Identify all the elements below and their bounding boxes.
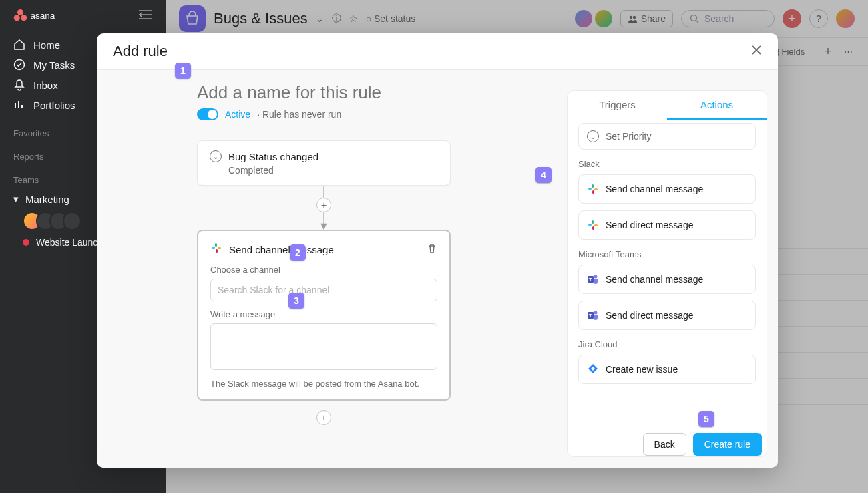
annotation-badge-5: 5 (698, 411, 714, 427)
svg-point-22 (594, 275, 598, 279)
message-textarea[interactable] (210, 323, 437, 370)
team-name: Marketing (25, 194, 69, 205)
trigger-name: Bug Status changed (228, 151, 318, 162)
slack-icon (587, 219, 599, 231)
nav-label: Portfolios (33, 100, 75, 111)
group-label: Microsoft Teams (578, 249, 756, 259)
nav-label: Home (33, 39, 60, 51)
actions-list: ⌄ Set Priority Slack Send channel messag… (568, 120, 767, 456)
option-label: Send channel message (606, 274, 703, 285)
action-option-partial[interactable]: ⌄ Set Priority (578, 123, 756, 150)
svg-rect-19 (592, 226, 594, 230)
svg-rect-14 (594, 188, 598, 190)
action-option[interactable]: Send channel message (578, 174, 756, 204)
tab-triggers[interactable]: Triggers (568, 91, 667, 120)
delete-action-button[interactable] (427, 243, 437, 256)
chevron-down-circle-icon: ⌄ (587, 130, 599, 142)
annotation-badge-3: 3 (288, 293, 304, 309)
action-option[interactable]: T Send channel message (578, 265, 756, 294)
annotation-badge-4: 4 (535, 167, 552, 183)
modal-header: Add rule (97, 33, 778, 70)
svg-rect-18 (594, 224, 598, 226)
nav-label: Inbox (33, 79, 58, 91)
option-label: Create new issue (606, 364, 678, 375)
write-message-label: Write a message (210, 309, 437, 319)
avatar[interactable] (63, 212, 81, 230)
add-step-button[interactable]: + (316, 410, 331, 425)
brand-logo: asana (0, 0, 166, 31)
action-option[interactable]: Send direct message (578, 210, 756, 240)
back-button[interactable]: Back (643, 433, 686, 456)
channel-search-input[interactable] (210, 279, 437, 301)
svg-rect-11 (216, 249, 218, 253)
teams-icon: T (587, 309, 599, 321)
modal-body: Active Rule has never run ⌄ Bug Status c… (97, 70, 778, 468)
svg-point-0 (17, 9, 23, 15)
svg-text:asana: asana (31, 11, 55, 21)
flow-connector-end: + (197, 401, 451, 425)
action-title: Send channel message (229, 244, 334, 255)
actions-panel: Triggers Actions ⌄ Set Priority Slack Se… (567, 90, 767, 457)
panel-tabs: Triggers Actions (568, 91, 767, 120)
asana-logo-icon: asana (13, 8, 73, 23)
slack-icon (587, 183, 599, 195)
svg-point-25 (594, 311, 598, 315)
tab-actions[interactable]: Actions (667, 91, 767, 120)
rule-builder: Active Rule has never run ⌄ Bug Status c… (97, 70, 564, 468)
svg-rect-16 (588, 224, 592, 226)
rule-name-input[interactable] (197, 82, 544, 103)
svg-rect-13 (592, 184, 594, 188)
group-label: Slack (578, 159, 756, 169)
teams-icon: T (587, 273, 599, 285)
svg-text:T: T (589, 313, 592, 319)
never-run-label: Rule has never run (257, 109, 341, 120)
home-icon (13, 39, 25, 51)
annotation-badge-2: 2 (290, 244, 306, 261)
action-option[interactable]: T Send direct message (578, 301, 756, 330)
choose-channel-label: Choose a channel (210, 265, 437, 275)
flow-connector: + ▼ (197, 186, 451, 230)
svg-rect-8 (212, 246, 215, 249)
slack-icon (210, 242, 222, 257)
option-label: Send direct message (606, 310, 694, 321)
close-icon[interactable] (751, 45, 762, 59)
action-option[interactable]: Create new issue (578, 355, 756, 384)
svg-rect-9 (215, 243, 217, 246)
bars-icon (13, 99, 25, 111)
jira-icon (587, 363, 599, 375)
check-circle-icon (13, 59, 25, 71)
add-rule-modal: Add rule Active Rule has never run ⌄ Bug… (97, 33, 778, 468)
option-label: Send direct message (606, 220, 694, 230)
rule-status: Active Rule has never run (197, 108, 544, 120)
annotation-badge-1: 1 (175, 63, 191, 79)
bell-icon (13, 79, 25, 91)
nav-label: My Tasks (33, 59, 75, 71)
active-label: Active (225, 109, 250, 120)
svg-point-1 (14, 15, 20, 21)
create-rule-button[interactable]: Create rule (693, 433, 762, 456)
group-label: Jira Cloud (578, 339, 756, 349)
sidebar-collapse-icon[interactable] (139, 10, 152, 21)
project-name: Website Launch (36, 237, 103, 248)
chevron-down-circle-icon: ⌄ (210, 150, 222, 162)
option-label: Send channel message (606, 184, 703, 194)
svg-rect-12 (588, 188, 592, 190)
modal-title: Add rule (113, 43, 168, 60)
trigger-card[interactable]: ⌄ Bug Status changed Completed (197, 140, 451, 186)
helper-text: The Slack message will be posted from th… (210, 379, 437, 389)
arrow-down-icon: ▼ (318, 223, 329, 230)
option-label: Set Priority (606, 131, 651, 142)
svg-point-2 (21, 15, 27, 21)
trigger-value: Completed (228, 165, 438, 176)
modal-footer: Back Create rule (643, 433, 762, 456)
action-card: Send channel message Choose a channel Wr… (197, 230, 451, 401)
caret-down-icon: ▾ (13, 193, 21, 205)
active-toggle[interactable] (197, 108, 218, 120)
project-color-dot (23, 239, 29, 246)
svg-rect-17 (592, 220, 594, 224)
svg-text:T: T (589, 277, 592, 283)
svg-rect-10 (218, 247, 221, 249)
svg-rect-15 (592, 190, 594, 194)
add-step-button[interactable]: + (316, 198, 331, 212)
